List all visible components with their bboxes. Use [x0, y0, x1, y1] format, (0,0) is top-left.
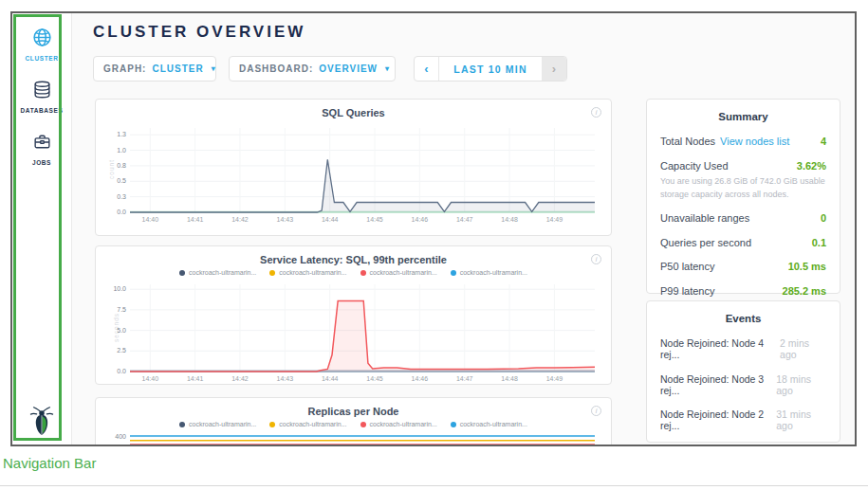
y-tick-label: 1.0 — [96, 147, 126, 154]
legend-item: cockroach-ultramarin... — [179, 421, 256, 427]
page-title: CLUSTER OVERVIEW — [93, 23, 305, 42]
time-range-selector: ‹ LAST 10 MIN › — [414, 56, 567, 82]
x-tick-label: 14:48 — [490, 375, 528, 382]
summary-title: Summary — [660, 111, 826, 122]
globe-icon — [32, 27, 52, 47]
y-tick-label: 0.5 — [96, 177, 126, 184]
x-tick-label: 14:42 — [221, 216, 259, 223]
time-prev-button[interactable]: ‹ — [415, 57, 439, 81]
y-tick-label: 10.0 — [96, 285, 126, 292]
summary-rows: Total NodesView nodes list4Capacity Used… — [660, 136, 826, 297]
view-nodes-list-link[interactable]: View nodes list — [720, 136, 789, 147]
x-tick-label: 14:46 — [400, 216, 438, 223]
graph-dropdown-label: GRAPH: — [103, 64, 146, 74]
chevron-left-icon: ‹ — [424, 62, 428, 76]
replicas-per-node-plot[interactable]: 400 — [130, 434, 595, 446]
y-tick-label: 1.3 — [96, 131, 126, 137]
legend-label: cockroach-ultramarin... — [279, 421, 346, 427]
chevron-down-icon: ▾ — [212, 64, 216, 73]
event-row[interactable]: Node Rejoined: Node 4 rej...2 mins ago — [660, 337, 826, 360]
event-time: 2 mins ago — [780, 337, 826, 360]
x-tick-label: 14:48 — [490, 216, 528, 223]
dashboard-dropdown-value: OVERVIEW — [319, 64, 378, 74]
x-tick-label: 14:41 — [176, 216, 214, 223]
sql-queries-plot[interactable]: 1.31.00.80.50.30.014:4014:4114:4214:4314… — [130, 128, 595, 212]
y-tick-label: 2.5 — [96, 347, 126, 354]
x-tick-label: 14:40 — [131, 216, 169, 223]
briefcase-icon — [32, 132, 52, 152]
summary-row-value: 0.1 — [812, 237, 826, 248]
legend-item: cockroach-ultramarin... — [451, 421, 527, 427]
legend-dot-icon — [360, 270, 366, 276]
screenshot-stage: CLUSTER DATABASES — [0, 0, 868, 490]
y-tick-label: 0.0 — [96, 368, 126, 374]
summary-row-label: P50 latency — [660, 261, 714, 272]
chart-title: Replicas per Node — [96, 406, 611, 417]
legend-dot-icon — [360, 422, 366, 427]
y-tick-label: 5.0 — [96, 327, 126, 334]
summary-row-value: 10.5 ms — [788, 261, 826, 272]
summary-row-value: 0 — [821, 212, 826, 224]
chart-legend: cockroach-ultramarin...cockroach-ultrama… — [96, 421, 611, 427]
legend-item: cockroach-ultramarin... — [360, 269, 437, 276]
sidebar-item-label: DATABASES — [12, 107, 71, 114]
summary-row: P50 latency10.5 ms — [660, 261, 826, 272]
chevron-right-icon: › — [552, 62, 556, 76]
events-title: Events — [660, 313, 826, 324]
summary-row: Capacity Used3.62% — [660, 160, 826, 172]
sql-queries-chart-card: SQL Queries i count 1.31.00.80.50.30.014… — [95, 99, 612, 236]
legend-label: cockroach-ultramarin... — [460, 421, 527, 427]
y-tick-label: 0.8 — [96, 162, 126, 169]
x-tick-label: 14:41 — [176, 375, 214, 382]
events-panel: Events Node Rejoined: Node 4 rej...2 min… — [646, 300, 840, 443]
summary-row-label: Capacity Used — [660, 160, 729, 172]
legend-label: cockroach-ultramarin... — [189, 421, 256, 427]
sidebar-item-cluster[interactable]: CLUSTER — [12, 27, 71, 62]
info-icon[interactable]: i — [591, 406, 601, 416]
event-row[interactable]: Node Rejoined: Node 2 rej...31 mins ago — [660, 408, 826, 431]
chart-title: SQL Queries — [96, 107, 611, 118]
service-latency-plot[interactable]: 10.07.55.02.50.014:4014:4114:4214:4314:4… — [130, 284, 595, 372]
legend-dot-icon — [269, 422, 275, 427]
x-tick-label: 14:49 — [535, 216, 573, 223]
legend-label: cockroach-ultramarin... — [370, 421, 437, 427]
summary-row-value: 285.2 ms — [783, 285, 826, 297]
summary-panel: Summary Total NodesView nodes list4Capac… — [646, 99, 840, 294]
x-tick-label: 14:45 — [356, 375, 394, 382]
cockroachdb-logo[interactable] — [12, 406, 71, 440]
legend-dot-icon — [179, 270, 185, 276]
event-label: Node Rejoined: Node 4 rej... — [660, 337, 780, 360]
x-tick-label: 14:47 — [446, 216, 484, 223]
time-next-button-disabled[interactable]: › — [542, 57, 566, 81]
info-icon[interactable]: i — [591, 254, 601, 264]
time-range-value[interactable]: LAST 10 MIN — [439, 57, 542, 81]
graph-dropdown-value: CLUSTER — [152, 64, 203, 74]
legend-dot-icon — [451, 270, 456, 276]
legend-dot-icon — [269, 270, 275, 276]
sidebar-item-jobs[interactable]: JOBS — [12, 132, 71, 166]
event-row[interactable]: Node Rejoined: Node 3 rej...18 mins ago — [660, 373, 826, 396]
summary-row: Unavailable ranges0 — [660, 212, 826, 224]
sidebar-item-label: CLUSTER — [12, 55, 71, 62]
capacity-note: You are using 26.8 GiB of 742.0 GiB usab… — [660, 175, 826, 201]
bottom-divider — [0, 485, 868, 486]
info-icon[interactable]: i — [591, 107, 601, 118]
y-tick-label: 0.3 — [96, 193, 126, 200]
summary-row-value: 4 — [821, 136, 826, 147]
navigation-bar-annotation-label: Navigation Bar — [3, 455, 96, 471]
y-tick-label: 0.0 — [96, 209, 126, 215]
event-time: 31 mins ago — [776, 408, 826, 431]
sidebar-item-databases[interactable]: DATABASES — [12, 80, 71, 114]
summary-row-label: P99 latency — [660, 285, 714, 297]
database-icon — [32, 80, 52, 100]
dashboard-dropdown[interactable]: DASHBOARD: OVERVIEW ▾ — [229, 56, 396, 82]
graph-dropdown[interactable]: GRAPH: CLUSTER ▾ — [93, 56, 216, 82]
legend-dot-icon — [179, 422, 185, 427]
summary-row-label: Queries per second — [660, 237, 751, 248]
event-rows: Node Rejoined: Node 4 rej...2 mins agoNo… — [660, 337, 826, 443]
admin-ui-window: CLUSTER DATABASES — [10, 11, 857, 446]
legend-label: cockroach-ultramarin... — [370, 269, 437, 276]
summary-row-value: 3.62% — [797, 160, 826, 172]
legend-item: cockroach-ultramarin... — [360, 421, 437, 427]
x-tick-label: 14:43 — [266, 375, 304, 382]
